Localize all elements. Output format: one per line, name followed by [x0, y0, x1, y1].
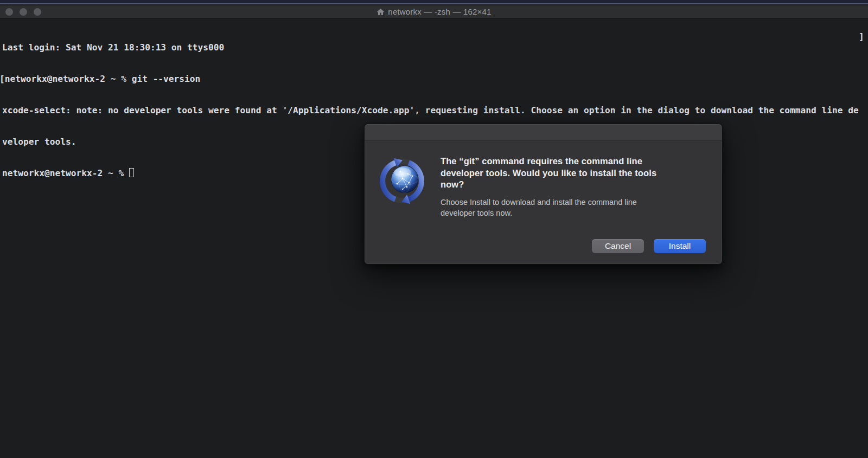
developer-tools-dialog: The “git” command requires the command l… — [364, 124, 723, 265]
menu-bar-strip — [0, 0, 868, 4]
dialog-title-line: The “git” command requires the command l… — [441, 156, 695, 167]
terminal-prompt: networkx@networkx-2 ~ % — [2, 168, 129, 178]
terminal-line: xcode-select: note: no developer tools w… — [2, 105, 859, 115]
close-button[interactable] — [5, 8, 13, 16]
dialog-body-line: developer tools now. — [441, 208, 695, 219]
dialog-body: Choose Install to download and install t… — [441, 197, 695, 218]
dialog-body-line: Choose Install to download and install t… — [441, 197, 695, 208]
terminal-wrap-bracket: ] — [859, 31, 864, 42]
dialog-titlebar[interactable] — [365, 124, 722, 140]
dialog-title-line: now? — [441, 179, 695, 191]
terminal-line: Last login: Sat Nov 21 18:30:13 on ttys0… — [2, 42, 859, 53]
zoom-button[interactable] — [34, 8, 41, 16]
software-update-icon — [376, 156, 429, 208]
minimize-button[interactable] — [20, 8, 27, 16]
terminal-titlebar[interactable]: networkx — -zsh — 162×41 — [0, 5, 868, 18]
dialog-buttons: Cancel Install — [592, 239, 706, 253]
terminal-line: [networkx@networkx-2 ~ % git --version — [0, 74, 859, 84]
cancel-button[interactable]: Cancel — [592, 239, 644, 253]
install-button[interactable]: Install — [654, 239, 706, 253]
terminal-cursor — [129, 168, 134, 177]
dialog-title-line: developer tools. Would you like to insta… — [441, 167, 695, 179]
home-icon — [376, 8, 385, 16]
dialog-title: The “git” command requires the command l… — [441, 156, 695, 191]
window-title-group: networkx — -zsh — 162×41 — [0, 7, 868, 16]
window-controls — [5, 8, 41, 16]
window-title: networkx — -zsh — 162×41 — [388, 7, 491, 16]
